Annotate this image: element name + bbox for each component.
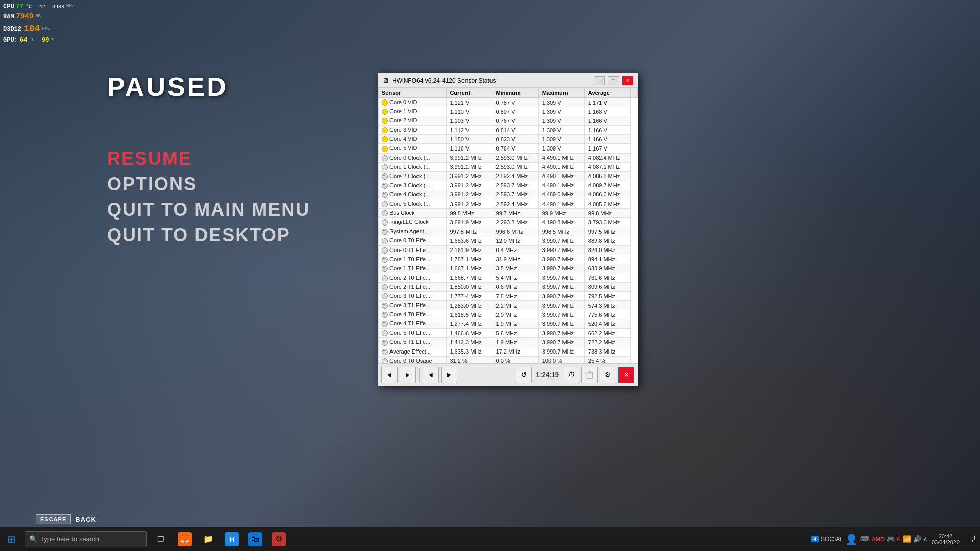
sensor-minimum: 2,592.4 MHz [493, 171, 538, 181]
sensor-name: Average Effect... [379, 347, 447, 356]
hwinfo-window-icon: 🖥 [382, 77, 389, 84]
table-row: Core 5 T0 Effe... 1,466.6 MHz 5.6 MHz 3,… [379, 329, 638, 338]
menu-item-quit-main[interactable]: QUIT TO MAIN MENU [107, 199, 310, 220]
sensor-minimum: 2,593.7 MHz [493, 190, 538, 199]
sensor-current: 1,635.3 MHz [447, 347, 493, 356]
hwinfo-taskbar-icon[interactable]: H [220, 527, 243, 552]
cpu-temp-unit: °C [26, 3, 32, 11]
hwinfo-close-btn2[interactable]: ✕ [618, 367, 634, 383]
amd-tray-icon[interactable]: AMD [872, 536, 885, 542]
search-icon: 🔍 [29, 535, 37, 543]
sensor-icon [382, 127, 388, 133]
sensor-name: Core 0 T0 Effe... [379, 236, 447, 245]
notification-center[interactable]: 🗨 [964, 527, 980, 552]
table-row: System Agent ... 997.8 MHz 996.6 MHz 998… [379, 227, 638, 236]
file-explorer-icon[interactable]: 📁 [197, 527, 219, 552]
table-row: Core 4 T1 Effe... 1,277.4 MHz 1.9 MHz 3,… [379, 319, 638, 329]
sensor-icon [382, 257, 388, 263]
tray-clock[interactable]: 20:42 03/04/2020 [927, 533, 964, 545]
sensor-minimum: 5.6 MHz [493, 329, 538, 338]
taskbar: ⊞ 🔍 Type here to search ❐ 🦊 📁 H 🛍 ⚙ 4 SO… [0, 527, 980, 551]
sensor-name: Core 0 T1 Effe... [379, 245, 447, 255]
hwinfo-window: 🖥 HWiNFO64 v6.24-4120 Sensor Status — □ … [378, 73, 638, 386]
rtss-icon[interactable]: R [897, 536, 901, 542]
network-icon[interactable]: 📶 [903, 535, 911, 543]
sensor-minimum: 0.4 MHz [493, 245, 538, 255]
sensor-name: Core 1 T1 Effe... [379, 264, 447, 273]
hwinfo-minimize-button[interactable]: — [594, 76, 605, 85]
hwinfo-table-container[interactable]: Sensor Current Minimum Maximum Average C… [378, 88, 638, 363]
col-maximum: Maximum [538, 88, 584, 98]
sensor-icon [382, 247, 388, 254]
sensor-minimum: 1.9 MHz [493, 338, 538, 347]
sensor-current: 3,991.2 MHz [447, 199, 493, 209]
table-row: Core 2 VID 1.103 V 0.767 V 1.309 V 1.166… [379, 116, 638, 126]
sensor-current: 99.8 MHz [447, 209, 493, 218]
social-icon[interactable]: 👤 [845, 533, 858, 545]
sensor-name: Ring/LLC Clock [379, 218, 447, 227]
sensor-maximum: 3,990.7 MHz [538, 319, 584, 329]
hwinfo-restore-button[interactable]: □ [608, 76, 619, 85]
sensor-maximum: 1.309 V [538, 144, 584, 153]
sensor-current: 1,618.5 MHz [447, 310, 493, 319]
menu-item-resume[interactable]: RESUME [107, 148, 310, 169]
start-button[interactable]: ⊞ [0, 527, 22, 552]
sensor-average: 1.167 V [584, 144, 630, 153]
sensor-name: System Agent ... [379, 227, 447, 236]
cpu-label: CPU [3, 2, 14, 11]
menu-item-quit-desktop[interactable]: QUIT TO DESKTOP [107, 224, 310, 246]
overflow-icon[interactable]: ∧ [923, 536, 927, 542]
sensor-current: 2,161.9 MHz [447, 245, 493, 255]
notification-badge[interactable]: 4 [811, 536, 819, 542]
sensor-average: 4,086.0 MHz [584, 190, 630, 199]
sensor-minimum: 0.767 V [493, 116, 538, 126]
sensor-minimum: 0.787 V [493, 98, 538, 107]
hwinfo-nav-next2[interactable]: ▶ [441, 367, 457, 383]
menu-item-options[interactable]: OPTIONS [107, 173, 310, 195]
sensor-minimum: 996.6 MHz [493, 227, 538, 236]
sensor-minimum: 17.2 MHz [493, 347, 538, 356]
sensor-average: 4,082.4 MHz [584, 153, 630, 162]
sensor-icon [382, 238, 388, 244]
firefox-logo: 🦊 [178, 532, 192, 546]
d3d-unit: FPS [42, 26, 50, 33]
d3d-label: D3D12 [3, 24, 21, 34]
sensor-maximum: 4,490.1 MHz [538, 153, 584, 162]
hwinfo-reset-button[interactable]: ↺ [516, 367, 532, 383]
hwinfo-nav-prev[interactable]: ◀ [381, 367, 398, 383]
back-label: BACK [75, 516, 96, 523]
sensor-average: 1.166 V [584, 116, 630, 126]
sensor-icon [382, 109, 388, 115]
keyboard-icon: ⌨ [860, 535, 870, 543]
speaker-icon[interactable]: 🔊 [913, 535, 921, 543]
taskbar-search-box[interactable]: 🔍 Type here to search [24, 531, 147, 547]
hwinfo-export-button[interactable]: 📋 [581, 367, 598, 383]
sensor-icon [382, 330, 388, 336]
sensor-maximum: 99.9 MHz [538, 209, 584, 218]
sensor-minimum: 2.2 MHz [493, 301, 538, 310]
ms-store-icon[interactable]: 🛍 [244, 527, 266, 552]
sensor-current: 1.116 V [447, 144, 493, 153]
sensor-icon [382, 266, 388, 272]
table-row: Core 4 Clock (... 3,991.2 MHz 2,593.7 MH… [379, 190, 638, 199]
ram-unit: MB [35, 13, 41, 20]
escape-button[interactable]: ESCAPE [36, 514, 71, 524]
hwinfo-nav-next[interactable]: ▶ [400, 367, 416, 383]
xbox-icon[interactable]: 🎮 [887, 535, 895, 543]
paused-title: PAUSED [107, 71, 228, 102]
hwinfo-clock-button[interactable]: ⏱ [563, 367, 579, 383]
sensor-minimum: 0.814 V [493, 126, 538, 135]
sensor-current: 1.103 V [447, 116, 493, 126]
app-icon-6[interactable]: ⚙ [267, 527, 290, 552]
hwinfo-logo: H [225, 532, 239, 546]
firefox-icon[interactable]: 🦊 [174, 527, 196, 552]
sensor-average: 633.9 MHz [584, 264, 630, 273]
task-view-button[interactable]: ❐ [149, 527, 172, 552]
hwinfo-nav-prev2[interactable]: ◀ [423, 367, 439, 383]
sensor-current: 1,850.0 MHz [447, 282, 493, 291]
sensor-icon [382, 293, 388, 299]
hwinfo-close-button[interactable]: ✕ [622, 76, 633, 85]
sensor-name: Core 0 VID [379, 98, 447, 107]
hwinfo-settings-button[interactable]: ⚙ [600, 367, 616, 383]
hwinfo-toolbar: ◀ ▶ ◀ ▶ ↺ 1:24:19 ⏱ 📋 ⚙ ✕ [378, 363, 638, 386]
